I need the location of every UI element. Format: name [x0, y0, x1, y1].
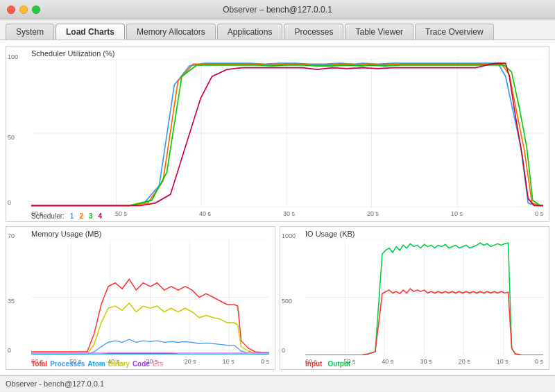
scheduler-y-min: 0	[8, 199, 11, 206]
scheduler-y-mid: 50	[8, 134, 15, 141]
maximize-button[interactable]	[32, 6, 40, 14]
scheduler-x-axis: 60 s 50 s 40 s 30 s 20 s 10 s 0 s	[31, 210, 543, 217]
status-bar: Observer - bench@127.0.0.1	[0, 375, 555, 391]
scheduler-legend: Scheduler: 1 2 3 4	[31, 212, 102, 220]
window-title: Observer – bench@127.0.0.1	[223, 5, 332, 15]
tab-applications[interactable]: Applications	[217, 24, 283, 40]
main-content: Scheduler Utilization (%) 100 50 0 60	[0, 40, 555, 375]
scheduler-legend-4: 4	[99, 212, 103, 220]
memory-legend-code: Code	[133, 360, 150, 368]
scheduler-x-30: 30 s	[283, 210, 295, 217]
memory-legend: Total Processes Atom Binary Code Ets	[31, 360, 163, 368]
memory-y-min: 0	[8, 347, 11, 354]
tab-processes[interactable]: Processes	[284, 24, 343, 40]
memory-y-mid: 35	[8, 298, 15, 305]
memory-y-max: 70	[8, 232, 15, 239]
io-legend-output: Output	[327, 360, 350, 368]
memory-legend-total: Total	[31, 360, 47, 368]
tab-trace-overview[interactable]: Trace Overview	[415, 24, 494, 40]
tab-system[interactable]: System	[6, 24, 54, 40]
scheduler-legend-3: 3	[89, 212, 93, 220]
status-text: Observer - bench@127.0.0.1	[6, 380, 104, 388]
tab-table-viewer[interactable]: Table Viewer	[345, 24, 413, 40]
traffic-lights	[7, 6, 40, 14]
tab-bar: System Load Charts Memory Allocators App…	[0, 19, 555, 40]
tab-load-charts[interactable]: Load Charts	[56, 24, 125, 40]
scheduler-x-20: 20 s	[367, 210, 379, 217]
memory-legend-ets: Ets	[153, 360, 164, 368]
memory-legend-atom: Atom	[87, 360, 105, 368]
tab-memory-allocators[interactable]: Memory Allocators	[126, 24, 216, 40]
close-button[interactable]	[7, 6, 15, 14]
title-bar: Observer – bench@127.0.0.1	[0, 0, 555, 19]
memory-legend-binary: Binary	[108, 360, 130, 368]
io-y-max: 1000	[282, 232, 296, 239]
io-legend-input: Input	[305, 360, 322, 368]
bottom-charts-row: Memory Usage (MB) 70 35 0	[6, 226, 549, 370]
io-y-mid: 500	[282, 298, 292, 305]
scheduler-x-50: 50 s	[115, 210, 127, 217]
scheduler-chart-title: Scheduler Utilization (%)	[31, 49, 543, 58]
memory-chart-svg	[31, 239, 269, 355]
io-chart-title: IO Usage (KB)	[305, 230, 543, 238]
io-legend: Input Output	[305, 360, 350, 368]
scheduler-x-40: 40 s	[199, 210, 211, 217]
scheduler-x-0: 0 s	[535, 210, 543, 217]
scheduler-chart-svg	[31, 59, 543, 207]
io-chart-svg	[305, 239, 543, 355]
memory-chart: Memory Usage (MB) 70 35 0	[6, 226, 275, 370]
scheduler-chart: Scheduler Utilization (%) 100 50 0 60	[6, 46, 549, 222]
scheduler-legend-label: Scheduler:	[31, 212, 65, 220]
io-chart: IO Usage (KB) 1000 500 0 60 s	[280, 226, 549, 370]
memory-chart-title: Memory Usage (MB)	[31, 230, 269, 238]
scheduler-x-10: 10 s	[451, 210, 463, 217]
scheduler-legend-2: 2	[79, 212, 83, 220]
io-y-min: 0	[282, 347, 285, 354]
scheduler-y-max: 100	[8, 53, 18, 60]
scheduler-legend-1: 1	[70, 212, 74, 220]
memory-legend-processes: Processes	[50, 360, 85, 368]
minimize-button[interactable]	[19, 6, 28, 14]
